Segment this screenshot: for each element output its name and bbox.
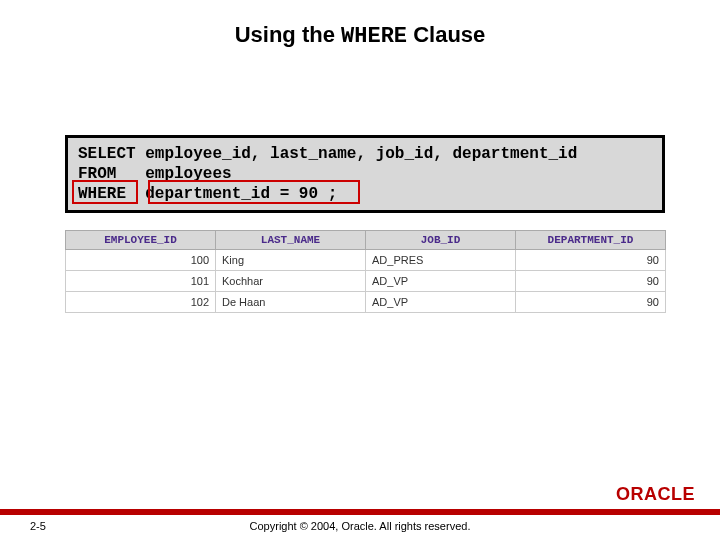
sql-line2: FROM employees	[78, 165, 232, 183]
cell-job-id: AD_PRES	[366, 250, 516, 271]
title-part1: Using the	[235, 22, 341, 47]
col-header-employee-id: EMPLOYEE_ID	[66, 231, 216, 250]
result-table: EMPLOYEE_ID LAST_NAME JOB_ID DEPARTMENT_…	[65, 230, 666, 313]
slide-title: Using the WHERE Clause	[0, 22, 720, 49]
cell-department-id: 90	[516, 271, 666, 292]
cell-job-id: AD_VP	[366, 271, 516, 292]
cell-employee-id: 100	[66, 250, 216, 271]
cell-job-id: AD_VP	[366, 292, 516, 313]
footer-divider	[0, 509, 720, 515]
cell-last-name: King	[216, 250, 366, 271]
sql-code-block: SELECT employee_id, last_name, job_id, d…	[65, 135, 665, 213]
cell-last-name: De Haan	[216, 292, 366, 313]
oracle-logo: ORACLE	[616, 484, 695, 505]
table-header-row: EMPLOYEE_ID LAST_NAME JOB_ID DEPARTMENT_…	[66, 231, 666, 250]
cell-employee-id: 102	[66, 292, 216, 313]
col-header-job-id: JOB_ID	[366, 231, 516, 250]
cell-last-name: Kochhar	[216, 271, 366, 292]
title-part2: Clause	[407, 22, 485, 47]
table-row: 100 King AD_PRES 90	[66, 250, 666, 271]
table-row: 102 De Haan AD_VP 90	[66, 292, 666, 313]
copyright-text: Copyright © 2004, Oracle. All rights res…	[0, 520, 720, 532]
title-code: WHERE	[341, 24, 407, 49]
sql-line3: WHERE department_id = 90 ;	[78, 185, 337, 203]
col-header-department-id: DEPARTMENT_ID	[516, 231, 666, 250]
table-row: 101 Kochhar AD_VP 90	[66, 271, 666, 292]
cell-department-id: 90	[516, 250, 666, 271]
sql-line1: SELECT employee_id, last_name, job_id, d…	[78, 145, 577, 163]
col-header-last-name: LAST_NAME	[216, 231, 366, 250]
cell-department-id: 90	[516, 292, 666, 313]
cell-employee-id: 101	[66, 271, 216, 292]
